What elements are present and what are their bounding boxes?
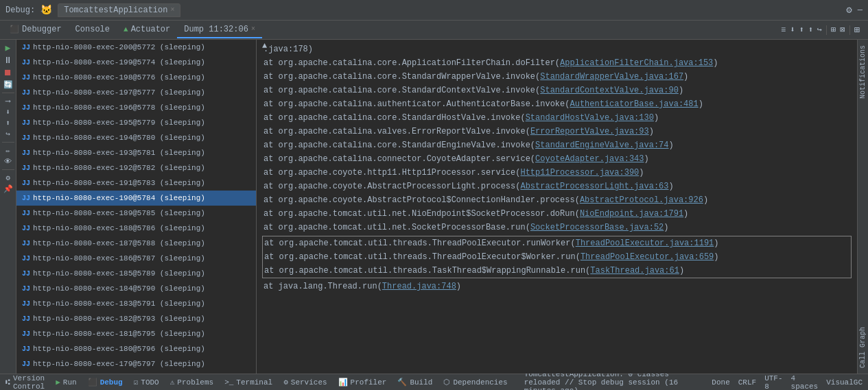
layout-icon-4[interactable]: ⬆ <box>808 25 813 35</box>
stack-text: at org.apache.coyote.http11.Http11Proces… <box>263 168 644 178</box>
version-control-btn[interactable]: ⑆ Version Control <box>5 374 45 391</box>
stack-link[interactable]: NioEndpoint.java:1791 <box>580 209 683 219</box>
thread-icon: JJ <box>22 104 30 112</box>
grid-icon[interactable]: ⊞ <box>854 24 860 36</box>
app-tab-close[interactable]: × <box>170 6 174 14</box>
thread-item[interactable]: JJhttp-nio-8080-exec-193@5781 (sleeping) <box>16 145 256 160</box>
layout-icon-1[interactable]: ≡ <box>781 25 786 35</box>
thread-item[interactable]: JJhttp-nio-8080-exec-182@5793 (sleeping) <box>16 311 256 326</box>
step-over-icon[interactable]: ⟶ <box>5 97 10 106</box>
thread-name: http-nio-8080-exec-179@5797 (sleeping) <box>33 360 205 368</box>
run-to-cursor-icon[interactable]: ↪ <box>5 130 10 138</box>
thread-name: http-nio-8080-exec-196@5778 (sleeping) <box>33 103 205 112</box>
stack-link[interactable]: StandardEngineValve.java:74 <box>535 141 668 150</box>
thread-item[interactable]: JJhttp-nio-8080-exec-196@5778 (sleeping) <box>16 100 256 115</box>
stack-link[interactable]: CoyoteAdapter.java:343 <box>535 154 644 164</box>
evaluate-icon[interactable]: ✏ <box>5 146 10 155</box>
thread-item[interactable]: JJhttp-nio-8080-exec-192@5782 (sleeping) <box>16 160 256 175</box>
stack-link[interactable]: ApplicationFilterChain.java:153 <box>560 58 713 68</box>
stack-link[interactable]: ThreadPoolExecutor.java:1191 <box>576 239 714 248</box>
settings-debug-icon[interactable]: ⚙ <box>5 173 10 182</box>
top-bar: Debug: 🐱 TomcattestApplication × ⚙ — <box>0 0 868 21</box>
thread-item[interactable]: JJhttp-nio-8080-exec-188@5786 (sleeping) <box>16 221 256 236</box>
stack-link[interactable]: StandardWrapperValve.java:167 <box>540 72 683 82</box>
thread-item[interactable]: JJhttp-nio-8080-exec-186@5787 (sleeping) <box>16 251 256 266</box>
thread-item[interactable]: JJhttp-nio-8080-exec-189@5785 (sleeping) <box>16 206 256 221</box>
restart-icon[interactable]: 🔄 <box>3 80 13 89</box>
stack-link[interactable]: Http11Processor.java:390 <box>520 168 639 178</box>
thread-item[interactable]: JJhttp-nio-8080-exec-191@5783 (sleeping) <box>16 175 256 191</box>
thread-item[interactable]: JJhttp-nio-8080-exec-180@5796 (sleeping) <box>16 341 256 356</box>
thread-item[interactable]: JJhttp-nio-8080-exec-195@5779 (sleeping) <box>16 115 256 130</box>
build-btn[interactable]: 🔨 Build <box>397 378 432 387</box>
app-tab[interactable]: TomcattestApplication × <box>58 3 180 17</box>
stack-link[interactable]: ThreadPoolExecutor.java:659 <box>580 252 714 262</box>
stack-link[interactable]: TaskThread.java:61 <box>590 266 679 276</box>
stop-icon[interactable]: ⏹ <box>3 68 12 78</box>
tab-dump[interactable]: Dump 11:32:06 × <box>177 22 262 38</box>
dependencies-btn[interactable]: ⬡ Dependencies <box>443 378 507 387</box>
thread-name: http-nio-8080-exec-187@5788 (sleeping) <box>33 239 205 247</box>
profiler-btn[interactable]: 📊 Profiler <box>338 378 387 387</box>
minimize-icon[interactable]: — <box>858 5 863 15</box>
thread-item[interactable]: JJhttp-nio-8080-exec-198@5776 (sleeping) <box>16 70 256 85</box>
stack-link[interactable]: ErrorReportValve.java:93 <box>530 127 649 136</box>
todo-icon: ☑ <box>134 378 139 387</box>
thread-item[interactable]: JJhttp-nio-8080-exec-181@5795 (sleeping) <box>16 326 256 341</box>
layout-icon-7[interactable]: ⊠ <box>840 25 845 35</box>
terminal-btn[interactable]: >_ Terminal <box>224 378 272 387</box>
layout-icon-5[interactable]: ↪ <box>817 25 822 35</box>
thread-name: http-nio-8080-exec-197@5777 (sleeping) <box>33 88 205 97</box>
step-out-icon[interactable]: ⬆ <box>5 119 10 127</box>
top-bar-right: ⚙ — <box>846 4 863 16</box>
thread-list: JJhttp-nio-8080-exec-200@5772 (sleeping)… <box>16 40 257 374</box>
tab-debugger[interactable]: ⬛ Debugger <box>3 22 69 38</box>
run-icon: ▶ <box>56 378 60 387</box>
encoding-label[interactable]: UTF-8 <box>764 374 782 391</box>
thread-item[interactable]: JJhttp-nio-8080-exec-184@5790 (sleeping) <box>16 281 256 296</box>
layout-icon-3[interactable]: ⬆ <box>799 25 804 35</box>
scroll-up-icon[interactable]: ▲ <box>262 41 272 51</box>
stack-link[interactable]: SocketProcessorBase.java:52 <box>530 223 664 232</box>
stack-link[interactable]: StandardContextValve.java:90 <box>540 86 679 95</box>
problems-btn[interactable]: ⚠ Problems <box>170 378 213 387</box>
thread-icon: JJ <box>22 89 30 97</box>
stack-line: at org.apache.coyote.AbstractProtocol$Co… <box>262 193 852 207</box>
stack-link[interactable]: AbstractProtocol.java:926 <box>580 195 703 205</box>
thread-item[interactable]: JJhttp-nio-8080-exec-179@5797 (sleeping) <box>16 356 256 371</box>
tab-actuator[interactable]: ▲ Actuator <box>117 22 177 38</box>
settings-icon[interactable]: ⚙ <box>846 4 852 16</box>
pause-icon[interactable]: ⏸ <box>3 56 12 66</box>
thread-item[interactable]: JJhttp-nio-8080-exec-194@5780 (sleeping) <box>16 130 256 145</box>
dump-tab-close[interactable]: × <box>251 25 255 33</box>
thread-item[interactable]: JJhttp-nio-8080-exec-185@5789 (sleeping) <box>16 266 256 281</box>
watch-icon[interactable]: 👁 <box>4 157 12 166</box>
resume-icon[interactable]: ▶ <box>5 42 11 53</box>
tab-console[interactable]: Console <box>69 22 117 38</box>
call-graph-label[interactable]: Call Graph <box>859 324 867 371</box>
thread-item[interactable]: JJhttp-nio-8080-exec-190@5784 (sleeping) <box>16 191 256 206</box>
step-into-icon[interactable]: ⬇ <box>5 108 10 117</box>
thread-item[interactable]: JJhttp-nio-8080-exec-200@5772 (sleeping) <box>16 40 256 55</box>
layout-icon-2[interactable]: ⬇ <box>790 25 795 35</box>
stack-text: at org.apache.catalina.core.StandardWrap… <box>263 72 688 82</box>
thread-item[interactable]: JJhttp-nio-8080-exec-197@5777 (sleeping) <box>16 85 256 100</box>
pin-icon[interactable]: 📌 <box>3 184 13 193</box>
crlf-label[interactable]: CRLF <box>738 378 756 387</box>
debug-btn[interactable]: ⬛ Debug <box>88 378 123 387</box>
run-btn[interactable]: ▶ Run <box>56 378 76 387</box>
visual-gc-label[interactable]: VisualGC <box>826 378 863 387</box>
stack-link[interactable]: AbstractProcessorLight.java:63 <box>520 182 668 191</box>
stack-link[interactable]: StandardHostValve.java:130 <box>526 113 654 123</box>
spaces-label[interactable]: 4 spaces <box>791 374 819 391</box>
thread-item[interactable]: JJhttp-nio-8080-exec-183@5791 (sleeping) <box>16 296 256 311</box>
stack-link[interactable]: Thread.java:748 <box>382 282 456 291</box>
notifications-label[interactable]: Notifications <box>859 42 867 101</box>
layout-icon-6[interactable]: ⊞ <box>831 25 836 35</box>
todo-btn[interactable]: ☑ TODO <box>134 378 159 387</box>
stack-link[interactable]: AuthenticatorBase.java:481 <box>570 99 698 109</box>
thread-item[interactable]: JJhttp-nio-8080-exec-199@5774 (sleeping) <box>16 55 256 70</box>
stack-trace-panel: ▲ .java:178) at org.apache.catalina.core… <box>257 40 857 374</box>
services-btn[interactable]: ⚙ Services <box>283 378 327 387</box>
thread-item[interactable]: JJhttp-nio-8080-exec-187@5788 (sleeping) <box>16 236 256 251</box>
